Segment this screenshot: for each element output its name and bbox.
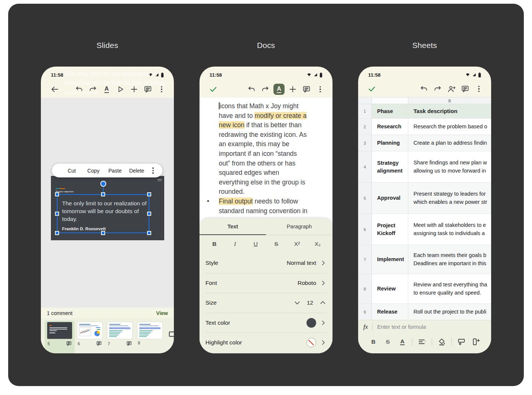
insert-icon[interactable]: [129, 84, 140, 95]
context-more-icon[interactable]: [150, 165, 156, 176]
more-menu-icon[interactable]: [315, 84, 326, 95]
doc-text-line[interactable]: rounded.: [207, 187, 332, 197]
done-check-icon[interactable]: [366, 83, 377, 94]
doc-text-line[interactable]: an example, this may be: [207, 139, 332, 149]
cell-description[interactable]: Roll out the project to the publi: [408, 304, 491, 320]
subscript-icon[interactable]: X₂: [313, 241, 322, 247]
style-row[interactable]: Style Normal text: [205, 253, 327, 273]
resize-handle-s[interactable]: [101, 231, 105, 235]
row-header[interactable]: 3: [358, 135, 372, 151]
cell-phase[interactable]: Approval: [372, 183, 408, 213]
row-header[interactable]: 5: [358, 183, 372, 213]
cell-phase[interactable]: Project Kickoff: [372, 214, 408, 245]
slide-thumbnail-6[interactable]: 6: [75, 321, 105, 353]
decrease-size-icon[interactable]: [293, 299, 301, 306]
cell-phase[interactable]: Review: [372, 274, 408, 304]
selected-text-box[interactable]: The only limit to our realization of tom…: [57, 194, 149, 233]
underline-icon[interactable]: U: [251, 241, 260, 247]
column-a-header[interactable]: [372, 97, 408, 104]
cell-description[interactable]: Task description: [408, 104, 491, 118]
row-header[interactable]: 9: [358, 304, 372, 320]
resize-handle-sw[interactable]: [55, 231, 59, 235]
add-slide-button[interactable]: [168, 321, 174, 353]
text-color-icon[interactable]: A: [398, 336, 407, 347]
share-person-add-icon[interactable]: [446, 83, 457, 94]
undo-icon[interactable]: [246, 84, 257, 95]
document-text-area[interactable]: icons that Math x Joy mighthave and to m…: [200, 98, 332, 353]
italic-icon[interactable]: I: [231, 241, 240, 247]
view-comments-link[interactable]: View: [156, 310, 168, 316]
redo-icon[interactable]: [260, 84, 271, 95]
format-text-icon[interactable]: A: [101, 84, 112, 95]
cell-description[interactable]: Each team meets their goals bDeadlines a…: [408, 245, 491, 274]
resize-handle-w[interactable]: [55, 212, 59, 216]
add-row-icon[interactable]: [457, 336, 466, 347]
context-menu-item-cut[interactable]: Cut: [61, 168, 82, 174]
doc-text-line[interactable]: •Final output needs to follow: [207, 197, 332, 206]
doc-text-line[interactable]: everything else in the group is: [207, 178, 332, 187]
strikethrough-icon[interactable]: S: [383, 336, 393, 347]
comments-icon[interactable]: [301, 84, 312, 95]
cell-phase[interactable]: Strategy alignment: [372, 151, 408, 182]
done-check-icon[interactable]: [208, 84, 219, 95]
cell-phase[interactable]: Release: [372, 304, 408, 320]
align-icon[interactable]: [417, 336, 427, 347]
grid-corner-cell[interactable]: [358, 97, 372, 104]
back-icon[interactable]: [49, 84, 60, 95]
cell-description[interactable]: Share findings and new plan wallowing us…: [408, 151, 491, 182]
context-menu-item-paste[interactable]: Paste: [104, 168, 126, 174]
cell-phase[interactable]: Research: [372, 119, 408, 135]
undo-icon[interactable]: [418, 83, 429, 94]
cell-phase[interactable]: Planning: [372, 135, 408, 151]
resize-handle-n[interactable]: [101, 192, 105, 196]
doc-text-line[interactable]: important if an icon “stands: [207, 149, 332, 159]
row-header[interactable]: 1: [358, 104, 372, 118]
comments-icon[interactable]: [142, 84, 153, 95]
cell-phase[interactable]: Phase: [372, 104, 408, 118]
column-b-header[interactable]: B: [408, 97, 491, 104]
slide-thumbnail-7[interactable]: 7: [105, 321, 135, 353]
undo-icon[interactable]: [74, 84, 85, 95]
resize-handle-nw[interactable]: [55, 192, 59, 196]
context-menu-item-delete[interactable]: Delete: [126, 168, 147, 174]
strikethrough-icon[interactable]: S: [272, 241, 281, 247]
row-header[interactable]: 2: [358, 119, 372, 135]
doc-text-line[interactable]: squared edges when: [207, 168, 332, 178]
row-header[interactable]: 7: [358, 245, 372, 274]
bold-icon[interactable]: B: [210, 241, 219, 247]
comments-icon[interactable]: [460, 83, 471, 94]
bold-icon[interactable]: B: [369, 336, 378, 347]
more-menu-icon[interactable]: [473, 83, 484, 94]
slide-thumbnail-5[interactable]: 5: [45, 321, 75, 353]
redo-icon[interactable]: [432, 83, 443, 94]
present-icon[interactable]: [115, 84, 126, 95]
row-header[interactable]: 4: [358, 151, 372, 182]
redo-icon[interactable]: [87, 84, 98, 95]
doc-text-line[interactable]: have and to modify or create a: [207, 111, 332, 121]
insert-icon[interactable]: [287, 84, 298, 95]
rotation-handle[interactable]: [100, 181, 106, 187]
cell-description[interactable]: Meet with all stakeholders to eassigning…: [408, 214, 491, 245]
doc-text-line[interactable]: out” from the others or has: [207, 159, 332, 168]
more-menu-icon[interactable]: [156, 84, 167, 95]
font-row[interactable]: Font Roboto: [205, 273, 327, 293]
slide-editor-slide[interactable]: Project objective The only limit to our …: [51, 176, 164, 240]
increase-size-icon[interactable]: [319, 299, 327, 306]
cell-description[interactable]: Present strategy to leaders forwhich ena…: [408, 183, 491, 213]
fill-color-icon[interactable]: [437, 336, 447, 347]
tab-text[interactable]: Text: [200, 218, 266, 235]
slide-canvas[interactable]: CutCopyPasteDelete Project objective: [41, 98, 174, 308]
context-menu-item-copy[interactable]: Copy: [82, 168, 104, 174]
format-text-icon-active[interactable]: A: [273, 84, 285, 95]
doc-text-line[interactable]: redrawing the existing icon. As: [207, 130, 332, 140]
tab-paragraph[interactable]: Paragraph: [266, 218, 332, 235]
cell-phase[interactable]: Implement: [372, 245, 408, 274]
cell-description[interactable]: Research the problem based o: [408, 119, 491, 135]
row-header[interactable]: 8: [358, 274, 372, 304]
highlight-color-row[interactable]: Highlight color: [205, 333, 327, 353]
doc-text-line[interactable]: icons that Math x Joy might: [207, 102, 332, 111]
row-header[interactable]: 6: [358, 214, 372, 245]
resize-handle-se[interactable]: [147, 231, 151, 235]
superscript-icon[interactable]: X²: [292, 241, 301, 247]
cell-description[interactable]: Review and test everything thato ensure …: [408, 274, 491, 304]
